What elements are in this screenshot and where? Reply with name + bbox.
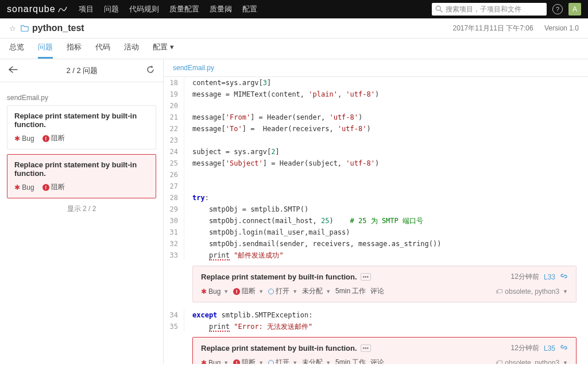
issue-title: Replace print statement by built-in func… <box>14 160 149 178</box>
code-content: sendEmail.py 18content=sys.argv[3]19mess… <box>164 59 588 364</box>
file-tab[interactable]: sendEmail.py <box>164 59 588 77</box>
line-number: 20 <box>164 101 184 111</box>
inline-issue: Replace print statement by built-in func… <box>192 266 577 302</box>
search-input[interactable]: 搜索项目，子项目和文件 <box>432 3 547 16</box>
project-header: ☆ python_test 2017年11月11日 下午7:06 Version… <box>0 18 588 39</box>
code-text: smtpObj = smtplib.SMTP() <box>192 204 308 214</box>
issue-status-chip[interactable]: 打开▼ <box>268 358 297 364</box>
line-number: 23 <box>164 135 184 145</box>
issue-age: 12分钟前 <box>511 343 539 353</box>
topnav-item[interactable]: 质量配置 <box>169 4 199 14</box>
line-number: 30 <box>164 216 184 226</box>
issue-more-button[interactable]: ••• <box>361 344 372 352</box>
search-icon <box>435 5 443 13</box>
bug-icon: ✱ <box>201 288 207 296</box>
issue-counter: 2 / 2 问题 <box>18 66 146 76</box>
project-name[interactable]: python_test <box>32 23 84 33</box>
inline-issue-title: Replace print statement by built-in func… <box>201 344 357 352</box>
logo[interactable]: sonarqube <box>7 4 67 14</box>
line-number: 22 <box>164 124 184 134</box>
issue-effort: 5min 工作 <box>335 358 366 364</box>
blocker-icon: ! <box>233 288 240 295</box>
issue-more-button[interactable]: ••• <box>361 273 372 281</box>
code-line: 18content=sys.argv[3] <box>164 77 588 89</box>
search-placeholder: 搜索项目，子项目和文件 <box>446 5 521 14</box>
code-line: 20 <box>164 100 588 112</box>
logo-text-1: sonar <box>7 4 33 14</box>
issue-title: Replace print statement by built-in func… <box>14 112 149 129</box>
code-line: 34except smtplib.SMTPException: <box>164 309 588 321</box>
issue-severity-chip[interactable]: ! 阻断▼ <box>233 286 264 296</box>
issue-type-chip[interactable]: ✱ Bug▼ <box>201 359 229 365</box>
issue-status-chip[interactable]: 打开▼ <box>268 286 297 296</box>
tab-item[interactable]: 指标 <box>67 42 82 59</box>
issue-severity: ! 阻断 <box>42 182 65 192</box>
topnav-item[interactable]: 问题 <box>104 4 119 14</box>
issue-card[interactable]: Replace print statement by built-in func… <box>7 154 156 198</box>
tab-item[interactable]: 活动 <box>124 42 139 59</box>
tab-item[interactable]: 问题 <box>38 42 53 59</box>
topnav-item[interactable]: 代码规则 <box>129 4 159 14</box>
code-line: 23 <box>164 135 588 146</box>
logo-text-2: qube <box>33 4 56 14</box>
issues-sidebar: 2 / 2 问题 sendEmail.py Replace print stat… <box>0 59 164 364</box>
issue-line-link[interactable]: L35 <box>544 344 555 352</box>
line-number: 33 <box>164 250 184 260</box>
issue-assignee-chip[interactable]: 未分配▼ <box>302 286 331 296</box>
bug-icon: ✱ <box>201 359 207 365</box>
tab-item[interactable]: 总览 <box>9 42 24 59</box>
avatar[interactable]: A <box>568 3 581 16</box>
line-number: 31 <box>164 227 184 237</box>
code-text: smtpObj.sendmail(sender, receivers, mess… <box>192 239 441 249</box>
issue-card[interactable]: Replace print statement by built-in func… <box>7 105 156 150</box>
topnav-item[interactable]: 配置 <box>242 4 257 14</box>
issue-type-chip[interactable]: ✱ Bug▼ <box>201 288 229 296</box>
code-text: content=sys.argv[3] <box>192 78 271 88</box>
code-text: message['Subject'] = Header(subject, 'ut… <box>192 158 379 168</box>
project-version: Version 1.0 <box>544 24 579 32</box>
code-text: message = MIMEText(content, 'plain', 'ut… <box>192 89 379 99</box>
project-icon <box>21 24 29 32</box>
issue-line-link[interactable]: L33 <box>544 273 555 281</box>
code-line: 28try: <box>164 192 588 204</box>
code-text: try: <box>192 193 209 203</box>
favorite-star-icon[interactable]: ☆ <box>9 24 16 33</box>
code-line: 24subject = sys.argv[2] <box>164 146 588 158</box>
code-line: 32 smtpObj.sendmail(sender, receivers, m… <box>164 238 588 250</box>
issue-comments[interactable]: 评论 <box>370 286 384 296</box>
tab-item[interactable]: 配置 ▾ <box>153 42 174 59</box>
blocker-icon: ! <box>233 359 240 365</box>
help-button[interactable]: ? <box>552 4 563 14</box>
top-nav: 项目问题代码规则质量配置质量阈配置 <box>79 4 257 14</box>
inline-issue-title: Replace print statement by built-in func… <box>201 273 357 281</box>
arrow-left-icon <box>8 66 18 74</box>
issue-tags[interactable]: 🏷 obsolete, python3▼ <box>496 359 568 365</box>
permalink-icon[interactable] <box>560 272 568 282</box>
issue-severity-chip[interactable]: ! 阻断▼ <box>233 358 264 364</box>
topnav-item[interactable]: 项目 <box>79 4 94 14</box>
issue-assignee-chip[interactable]: 未分配▼ <box>302 358 331 364</box>
bug-icon: ✱ <box>14 135 20 143</box>
code-line: 26 <box>164 169 588 181</box>
code-line: 19message = MIMEText(content, 'plain', '… <box>164 89 588 100</box>
code-text: except smtplib.SMTPException: <box>192 310 313 320</box>
code-text: subject = sys.argv[2] <box>192 147 280 157</box>
refresh-button[interactable] <box>146 65 155 76</box>
issue-age: 12分钟前 <box>511 272 539 282</box>
line-number: 19 <box>164 89 184 99</box>
inline-issue: Replace print statement by built-in func… <box>192 337 577 364</box>
issue-comments[interactable]: 评论 <box>370 358 384 364</box>
issue-tags[interactable]: 🏷 obsolete, python3▼ <box>496 288 568 296</box>
back-button[interactable] <box>8 66 18 75</box>
code-line: 30 smtpObj.connect(mail_host, 25) # 25 为… <box>164 215 588 227</box>
permalink-icon[interactable] <box>560 343 568 353</box>
blocker-icon: ! <box>42 184 49 191</box>
code-line: 27 <box>164 181 588 192</box>
line-number: 32 <box>164 239 184 249</box>
line-number: 26 <box>164 170 184 180</box>
topnav-item[interactable]: 质量阈 <box>210 4 232 14</box>
tag-icon: 🏷 <box>496 288 502 296</box>
line-number: 27 <box>164 181 184 191</box>
blocker-icon: ! <box>42 135 49 142</box>
tab-item[interactable]: 代码 <box>95 42 110 59</box>
